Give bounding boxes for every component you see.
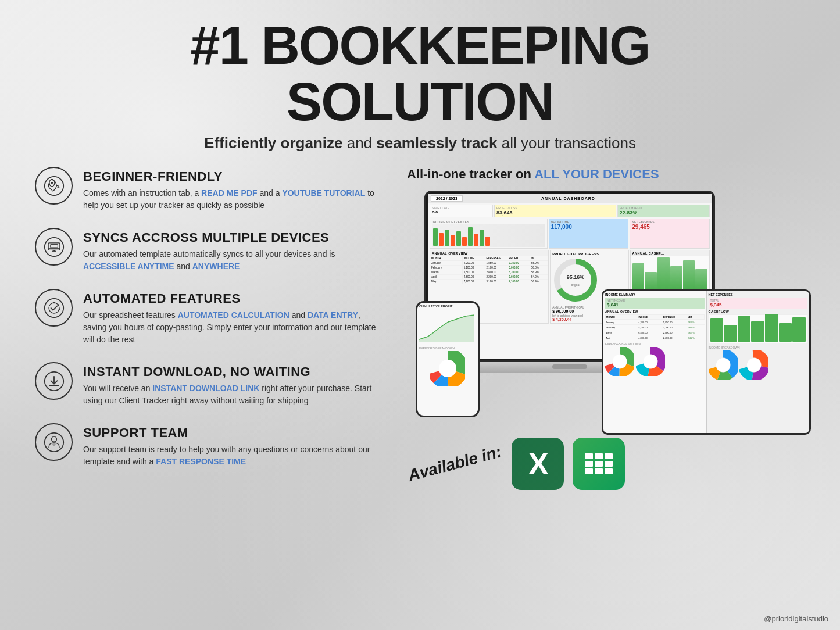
syncs-text: SYNCS ACCROSS MULTIPLE DEVICES Our autom… <box>83 228 384 273</box>
instant-link: INSTANT DOWNLOAD LINK <box>152 384 259 393</box>
income-panel: INCOME vs EXPENSES <box>430 219 548 249</box>
download-text: INSTANT DOWNLOAD, NO WAITING You will re… <box>83 362 384 407</box>
expense-breakdown-area: EXPENSES BREAKDOWN <box>605 342 705 376</box>
support-desc: Our support team is ready to help you wi… <box>83 443 384 468</box>
right-header: All-in-one tracker on ALL YOUR DEVICES <box>407 167 805 182</box>
r4c4: 2,600.00 <box>507 275 530 279</box>
table-row1: January 4,200.00 1,850.00 2,350.00 55.9% <box>430 261 548 266</box>
title-line1: #1 BOOKKEEPING <box>35 17 805 74</box>
header: #1 BOOKKEEPING SOLUTION Efficiently orga… <box>35 12 805 152</box>
feature-automated: AUTOMATED FEATURES Our spreadsheet featu… <box>35 289 384 346</box>
r1c4: 2,350.00 <box>507 261 530 265</box>
beginner-desc: Comes with an instruction tab, a READ ME… <box>83 187 384 212</box>
tbl-r1: January 4,200.00 1,850.00 56.0% <box>605 320 705 325</box>
tablet-ne-value: $,345 <box>710 302 806 307</box>
profit-value: 83,645 <box>496 210 614 216</box>
bar8 <box>474 234 478 246</box>
svg-point-32 <box>613 355 627 368</box>
income-summary-title: INCOME SUMMARY <box>605 293 705 296</box>
bar6 <box>462 237 467 246</box>
svg-text:of goal: of goal <box>571 283 580 287</box>
youtube-link: YOUTUBE TUTORIAL <box>282 188 365 198</box>
feature-support: SUPPORT TEAM Our support team is ready t… <box>35 423 384 468</box>
phone-panel-title: CUMULATIVE PROFIT <box>419 305 476 309</box>
r5c2: 7,200.00 <box>463 280 485 284</box>
tablet-pie2 <box>636 347 665 376</box>
svg-rect-4 <box>48 242 60 250</box>
grid-cell3 <box>605 453 613 459</box>
tbl-r1c3: 1,850.00 <box>663 320 688 324</box>
bar2 <box>439 233 444 246</box>
year-display: 2022 / 2023 <box>431 195 463 202</box>
page-container: #1 BOOKKEEPING SOLUTION Efficiently orga… <box>0 0 840 630</box>
dashboard-title: ANNUAL DASHBOARD <box>541 196 595 201</box>
stat-profit: PROFIT / LOSS 83,645 <box>494 205 616 217</box>
title-line2: SOLUTION <box>35 74 805 130</box>
income-pies <box>709 350 808 380</box>
net-income-display: NET INCOME $,841 <box>605 298 705 309</box>
tbl-r1c4: 56.0% <box>687 320 704 324</box>
bar7 <box>468 227 473 246</box>
tablet-right-panel: NET EXPENSES TOTAL $,345 CASHFLOW <box>707 291 810 433</box>
tablet-net-expenses: TOTAL $,345 <box>709 298 808 309</box>
feature-syncs: SYNCS ACCROSS MULTIPLE DEVICES Our autom… <box>35 228 384 273</box>
table-row4: April 4,800.00 2,200.00 2,600.00 54.2% <box>430 275 548 280</box>
available-section: Available in: X <box>407 438 805 490</box>
auto-calc-link: AUTOMATED CALCULATION <box>178 310 289 320</box>
grid-cell8 <box>595 468 603 474</box>
net-income-val: 117,000 <box>551 224 627 230</box>
tbl-r4c2: 4,800.00 <box>638 336 663 340</box>
svg-point-44 <box>747 358 761 372</box>
col-header2: INCOME <box>463 256 485 260</box>
fast-response-link: FAST RESPONSE TIME <box>156 457 246 466</box>
tbl-r3c2: 6,500.00 <box>638 331 663 335</box>
download-icon-svg <box>44 371 65 392</box>
tablet-table: MONTH INCOME EXPENSES NET January 4,200.… <box>605 314 705 340</box>
svg-point-3 <box>44 237 63 256</box>
net-income-panel: NET INCOME 117,000 <box>549 219 629 249</box>
expenses-breakdown-label: EXPENSES BREAKDOWN <box>419 346 476 350</box>
syncs-desc: Our automated template automatically syn… <box>83 248 384 273</box>
cashflow-chart <box>631 256 709 291</box>
subtitle-bold2: seamlessly track <box>376 134 497 152</box>
feature-beginner-friendly: BEGINNER-FRIENDLY Comes with an instruct… <box>35 167 384 212</box>
tbl-r4: April 4,800.00 2,200.00 54.2% <box>605 336 705 340</box>
bar3 <box>445 230 449 246</box>
svg-point-40 <box>716 358 730 372</box>
sheets-grid <box>585 453 613 474</box>
tbl-r3c3: 2,800.00 <box>663 331 688 335</box>
stats-row: START DATE n/a PROFIT / LOSS 83,645 PROF… <box>430 205 710 217</box>
r2c5: 58.8% <box>530 266 548 270</box>
tcf7 <box>792 317 806 342</box>
r5c4: 4,100.00 <box>507 280 530 284</box>
tablet-mockup: INCOME SUMMARY NET INCOME $,841 ANNUAL O… <box>602 289 811 435</box>
r1c2: 4,200.00 <box>463 261 485 265</box>
tbl-r1c2: 4,200.00 <box>638 320 663 324</box>
syncs-icon-svg <box>44 237 65 257</box>
grid-cell7 <box>585 468 593 474</box>
tbl-r3c4: 56.9% <box>687 331 704 335</box>
svg-marker-22 <box>419 315 474 342</box>
tablet-pie-area <box>605 347 705 376</box>
tbl-h2: INCOME <box>638 315 663 319</box>
r3c2: 6,500.00 <box>463 270 485 274</box>
tbl-r2c2: 5,100.00 <box>638 325 663 330</box>
stat-margin: PROFIT MARGIN 22.83% <box>617 205 710 217</box>
tablet-screen: INCOME SUMMARY NET INCOME $,841 ANNUAL O… <box>603 291 809 433</box>
grid-cell9 <box>605 468 613 474</box>
tbl-r4c1: April <box>605 336 638 340</box>
tbl-header: MONTH INCOME EXPENSES NET <box>605 314 705 320</box>
tbl-r2c4: 58.8% <box>687 325 704 330</box>
bar1 <box>433 228 438 246</box>
r2c4: 3,000.00 <box>507 266 530 270</box>
beginner-icon-svg <box>44 176 65 196</box>
tablet-content: INCOME SUMMARY NET INCOME $,841 ANNUAL O… <box>603 291 809 433</box>
col-header1: MONTH <box>430 256 463 260</box>
net-expenses-val: 29,465 <box>632 224 707 230</box>
svg-point-27 <box>439 360 456 377</box>
tcf1 <box>710 318 724 342</box>
excel-app-icon: X <box>512 438 564 490</box>
cf-bar6 <box>695 269 707 289</box>
tablet-pie1 <box>605 347 634 376</box>
left-column: BEGINNER-FRIENDLY Comes with an instruct… <box>35 167 384 490</box>
